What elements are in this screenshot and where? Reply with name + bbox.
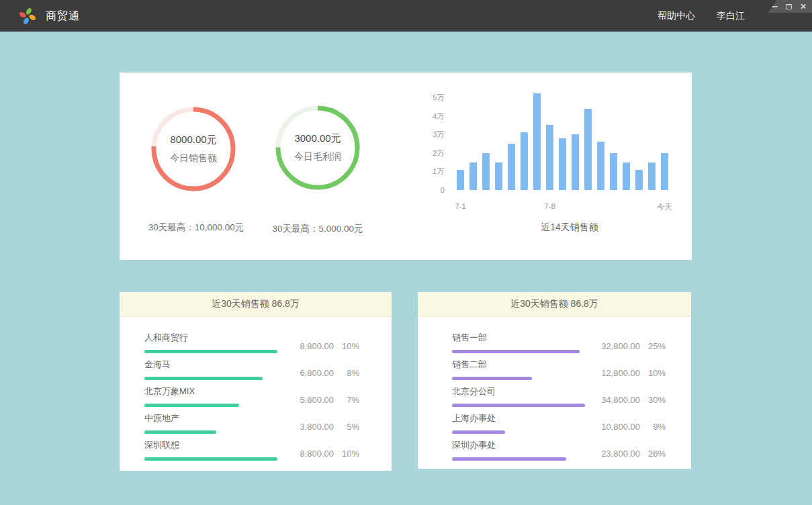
ranking-item-value: 8,800.00 <box>280 341 334 351</box>
ranking-item-value: 6,800.00 <box>280 368 334 378</box>
ranking-item-percent: 7% <box>334 395 359 405</box>
ranking-item-bar <box>144 350 277 353</box>
ranking-item-percent: 26% <box>640 449 666 459</box>
ranking-item-bar <box>452 377 532 380</box>
ranking-item-percent: 10% <box>334 449 359 459</box>
bar <box>584 109 592 190</box>
ranking-item-bar <box>452 430 505 434</box>
ranking-row: 人和商贸行8,800.0010% <box>120 327 392 353</box>
minimize-icon[interactable] <box>771 3 778 10</box>
ranking-item-name: 销售二部 <box>452 359 532 371</box>
window-controls <box>768 0 812 13</box>
ranking-item-name: 金海马 <box>144 359 263 371</box>
pinwheel-logo-icon <box>19 7 36 25</box>
bar <box>482 153 490 190</box>
ranking-row: 北京分公司34,800.0030% <box>418 381 691 407</box>
x-tick-label: 7-1 <box>455 202 466 210</box>
ranking-item-name: 人和商贸行 <box>144 332 277 344</box>
bar <box>469 163 477 190</box>
bar <box>623 163 630 190</box>
ranking-item-value: 34,800.00 <box>586 395 640 405</box>
ranking-row: 金海马6,800.008% <box>120 354 392 380</box>
bar <box>521 132 528 190</box>
ranking-item-name: 上海办事处 <box>452 412 505 424</box>
app-title: 商贸通 <box>46 9 80 24</box>
ranking-item-name: 深圳联想 <box>144 439 277 451</box>
y-tick-label: 3万 <box>415 130 445 140</box>
ranking-item-bar <box>452 350 580 353</box>
ranking-item-name: 深圳办事处 <box>452 439 566 451</box>
ranking-item-value: 12,800.00 <box>586 368 640 378</box>
sales-30day-max: 30天最高：10,000.00元 <box>148 222 244 234</box>
ranking-item-percent: 8% <box>334 368 359 378</box>
ranking-item-value: 8,800.00 <box>280 449 334 459</box>
ranking-item-percent: 9% <box>640 422 666 432</box>
help-center-link[interactable]: 帮助中心 <box>658 10 695 22</box>
ranking-item-value: 3,800.00 <box>280 422 334 432</box>
bar-chart-bars <box>457 97 672 190</box>
ranking-row: 北京万象MIX5,800.007% <box>120 381 392 407</box>
ranking-rows: 销售一部32,800.0025%销售二部12,800.0010%北京分公司34,… <box>418 317 691 461</box>
ranking-item-percent: 10% <box>334 341 359 351</box>
today-profit-value: 3000.00元 <box>294 132 341 145</box>
ranking-item-percent: 10% <box>640 368 666 378</box>
ranking-item-percent: 25% <box>640 341 666 351</box>
today-sales-donut: 8000.00元 今日销售额 <box>150 105 237 193</box>
ranking-item-name: 北京万象MIX <box>144 385 239 398</box>
y-tick-label: 2万 <box>415 148 445 158</box>
bar-chart-y-axis: 5万4万3万2万1万0 <box>415 73 445 207</box>
bar <box>559 138 566 190</box>
ranking-item-value: 32,800.00 <box>586 341 640 351</box>
ranking-item-name: 北京分公司 <box>452 385 585 398</box>
today-sales-label: 今日销售额 <box>170 152 217 165</box>
ranking-item-bar <box>144 457 277 461</box>
ranking-item-bar <box>144 404 239 407</box>
bar <box>661 153 668 190</box>
ranking-item-bar <box>144 430 216 434</box>
today-profit-donut: 3000.00元 今日毛利润 <box>274 104 361 191</box>
ranking-item-bar <box>452 457 566 461</box>
topbar-right: 帮助中心 李白江 <box>658 10 745 22</box>
bar <box>533 93 541 190</box>
bar-chart-x-axis: 7-17-8今天 <box>457 202 672 213</box>
ranking-item-percent: 30% <box>640 395 666 405</box>
ranking-item-value: 23,800.00 <box>586 449 640 459</box>
bar-chart-title: 近14天销售额 <box>482 222 657 234</box>
ranking-item-bar <box>452 404 585 407</box>
bar <box>495 163 502 190</box>
bar <box>457 170 464 190</box>
bar <box>648 163 656 190</box>
ranking-row: 上海办事处10,800.009% <box>418 408 691 434</box>
topbar: 商贸通 帮助中心 李白江 <box>0 0 812 32</box>
maximize-icon[interactable] <box>785 3 792 10</box>
y-tick-label: 0 <box>415 186 445 194</box>
x-tick-label: 7-8 <box>544 202 555 210</box>
ranking-item-value: 5,800.00 <box>280 395 334 405</box>
y-tick-label: 5万 <box>415 93 445 103</box>
ranking-item-bar <box>144 377 263 380</box>
ranking-item-name: 销售一部 <box>452 332 580 344</box>
y-tick-label: 4万 <box>415 111 445 121</box>
bar <box>572 134 579 190</box>
ranking-row: 中原地产3,800.005% <box>120 408 392 434</box>
overview-card: 8000.00元 今日销售额 30天最高：10,000.00元 3000.00元… <box>120 73 692 260</box>
y-tick-label: 1万 <box>415 167 445 177</box>
x-tick-label: 今天 <box>657 202 672 212</box>
ranking-row: 销售一部32,800.0025% <box>418 327 691 353</box>
bar <box>597 142 604 190</box>
ranking-item-name: 中原地产 <box>144 412 216 424</box>
ranking-row: 销售二部12,800.0010% <box>418 354 691 380</box>
ranking-rows: 人和商贸行8,800.0010%金海马6,800.008%北京万象MIX5,80… <box>120 317 392 461</box>
department-ranking-card: 近30天销售额 86.8万 销售一部32,800.0025%销售二部12,800… <box>418 292 691 469</box>
customer-ranking-title: 近30天销售额 86.8万 <box>120 292 392 317</box>
close-icon[interactable] <box>799 3 806 10</box>
today-profit-label: 今日毛利润 <box>294 151 341 163</box>
ranking-row: 深圳联想8,800.0010% <box>120 434 392 461</box>
bar <box>508 144 515 190</box>
bar <box>546 125 553 190</box>
ranking-item-value: 10,800.00 <box>586 422 640 432</box>
bar <box>635 170 643 190</box>
ranking-item-percent: 5% <box>334 422 359 432</box>
today-sales-value: 8000.00元 <box>170 134 216 146</box>
user-name-link[interactable]: 李白江 <box>717 10 745 22</box>
